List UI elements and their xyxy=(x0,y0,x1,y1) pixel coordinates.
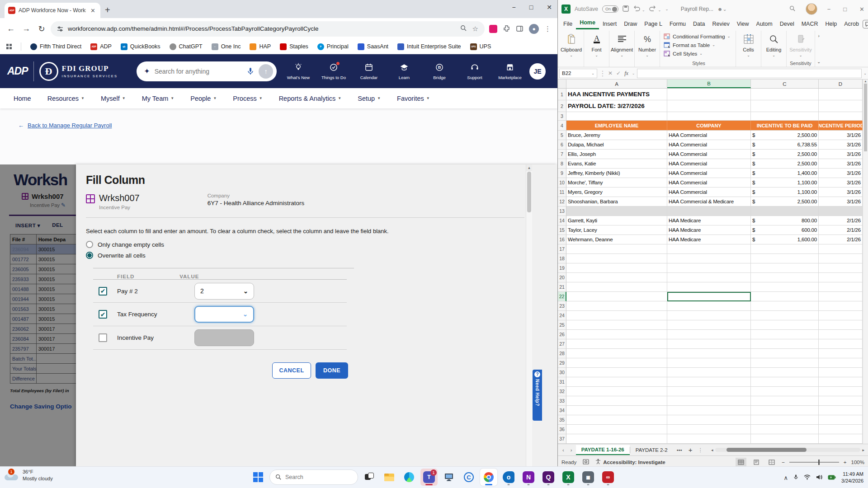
row-header-10[interactable]: 10 xyxy=(558,178,566,188)
row-header-32[interactable]: 32 xyxy=(558,387,566,396)
cell-A7[interactable]: Ellis, Joseph xyxy=(566,150,667,159)
cell-A8[interactable]: Evans, Katie xyxy=(566,159,667,169)
search-submit-icon[interactable]: ↑ xyxy=(259,64,273,79)
cell-D31[interactable] xyxy=(819,377,863,387)
tab-close-icon[interactable]: ✕ xyxy=(89,7,97,14)
row-header-8[interactable]: 8 xyxy=(558,159,566,169)
nav-item-resources[interactable]: Resources▼ xyxy=(47,95,85,102)
cell-B18[interactable] xyxy=(667,254,751,263)
cell-D13[interactable] xyxy=(819,206,863,216)
sheet-tab-paydate-1-16-26[interactable]: PAYDATE 1-16-26 xyxy=(576,445,630,455)
zoom-level[interactable]: 100% xyxy=(851,460,864,465)
cell-D25[interactable] xyxy=(819,320,863,330)
cell-D12[interactable]: 3/1/26 xyxy=(819,197,863,206)
cell-A24[interactable] xyxy=(566,311,667,320)
cell-C14[interactable]: $800.00 xyxy=(751,216,819,225)
extensions-puzzle-icon[interactable] xyxy=(503,25,510,33)
row-header-13[interactable]: 13 xyxy=(558,206,566,216)
sheet-horizontal-scrollbar[interactable]: ◂ ▸ xyxy=(709,448,866,452)
row-header-35[interactable]: 35 xyxy=(558,415,566,425)
wifi-icon[interactable] xyxy=(804,474,811,481)
cell-B37[interactable] xyxy=(667,434,751,444)
change-saving-options-link[interactable]: Change Saving Optio xyxy=(10,403,76,410)
taskbar-search-input[interactable] xyxy=(285,474,340,480)
cell-C20[interactable] xyxy=(751,273,819,282)
ribbon-tab-autom[interactable]: Autom xyxy=(753,19,776,29)
save-icon[interactable] xyxy=(623,5,629,13)
row-header-7[interactable]: 7 xyxy=(558,150,566,159)
cell-B34[interactable] xyxy=(667,406,751,415)
reload-icon[interactable]: ↻ xyxy=(35,24,48,34)
formula-cancel-icon[interactable]: ✕ xyxy=(608,70,613,76)
browser-maximize-button[interactable]: □ xyxy=(529,4,533,11)
cell-A23[interactable] xyxy=(566,301,667,311)
cell-D3[interactable] xyxy=(819,112,863,121)
profile-avatar[interactable]: ● xyxy=(529,24,539,34)
ribbon-group-number[interactable]: %Number⌄ xyxy=(635,31,660,67)
row-header-17[interactable]: 17 xyxy=(558,244,566,254)
cell-D9[interactable]: 3/1/26 xyxy=(819,169,863,178)
chrome-icon[interactable] xyxy=(480,469,497,486)
bookmark-item[interactable]: SaasAnt xyxy=(358,43,388,50)
cell-C34[interactable] xyxy=(751,406,819,415)
scroll-up-icon[interactable]: ▲ xyxy=(526,164,532,171)
taskbar-search[interactable] xyxy=(269,469,358,485)
user-avatar[interactable]: JE xyxy=(529,63,546,80)
outlook-icon[interactable]: o xyxy=(500,469,517,486)
cell-D24[interactable] xyxy=(819,311,863,320)
ribbon-tab-macr[interactable]: MACR xyxy=(798,19,822,29)
row-header-3[interactable]: 3 xyxy=(558,112,566,121)
incentive-pay-checkbox[interactable] xyxy=(99,333,107,342)
cell-B5[interactable]: HAA Commercial xyxy=(667,131,751,140)
cell-B33[interactable] xyxy=(667,396,751,406)
header-item-calendar[interactable]: Calendar xyxy=(356,63,382,80)
file-explorer-icon[interactable] xyxy=(381,469,398,486)
cell-B19[interactable] xyxy=(667,263,751,273)
column-header-C[interactable]: C xyxy=(751,80,819,88)
cell-C15[interactable]: $600.00 xyxy=(751,225,819,235)
cell-B26[interactable] xyxy=(667,330,751,339)
zoom-out-icon[interactable]: − xyxy=(782,460,785,465)
format-as-table-button[interactable]: Format as Table⌄ xyxy=(664,41,734,49)
adp-logo[interactable]: ADP xyxy=(7,65,28,77)
cell-C35[interactable] xyxy=(751,415,819,425)
tax-frequency-select[interactable]: ⌄ xyxy=(194,306,254,323)
cell-A35[interactable] xyxy=(566,415,667,425)
share-person-icon[interactable]: ☻⌄ xyxy=(717,6,727,12)
radio-icon[interactable] xyxy=(86,241,93,248)
task-view-icon[interactable] xyxy=(361,469,378,486)
cell-A30[interactable] xyxy=(566,368,667,377)
cell-B17[interactable] xyxy=(667,244,751,254)
cell-A14[interactable]: Garrett, Kayti xyxy=(566,216,667,225)
row-header-2[interactable]: 2 xyxy=(558,100,566,112)
cell-D36[interactable] xyxy=(819,425,863,434)
header-item-marketplace[interactable]: Marketplace xyxy=(497,63,523,80)
zoom-in-icon[interactable]: + xyxy=(844,460,847,465)
need-help-button[interactable]: ? Need Help? xyxy=(533,370,542,421)
cell-B2[interactable] xyxy=(667,100,751,112)
bookmark-item[interactable]: Staples xyxy=(280,43,308,50)
apps-grid-icon[interactable] xyxy=(6,44,12,49)
row-header-34[interactable]: 34 xyxy=(558,406,566,415)
circle-app-icon[interactable]: C xyxy=(460,469,477,486)
cell-A36[interactable] xyxy=(566,425,667,434)
cell-B21[interactable] xyxy=(667,282,751,292)
cell-D19[interactable] xyxy=(819,263,863,273)
cell-C27[interactable] xyxy=(751,339,819,349)
insert-function-icon[interactable]: fx xyxy=(624,70,628,77)
more-sheets-icon[interactable]: ••• xyxy=(677,447,682,453)
cell-A15[interactable]: Taylor, Lacey xyxy=(566,225,667,235)
bookmark-star-icon[interactable]: ☆ xyxy=(472,25,478,33)
excel-minimize-button[interactable]: − xyxy=(827,6,831,13)
cell-D18[interactable] xyxy=(819,254,863,263)
ribbon-group-editing[interactable]: Editing⌄ xyxy=(761,31,787,67)
comments-button[interactable] xyxy=(863,20,868,28)
cell-D8[interactable]: 3/1/26 xyxy=(819,159,863,169)
table-row[interactable]: 001488300015 xyxy=(10,284,76,294)
cell-D34[interactable] xyxy=(819,406,863,415)
row-header-26[interactable]: 26 xyxy=(558,330,566,339)
cell-B25[interactable] xyxy=(667,320,751,330)
adp-extension-icon[interactable] xyxy=(489,25,497,33)
cell-B6[interactable]: HAA Commercial xyxy=(667,140,751,150)
table-row[interactable]: 236084300017 xyxy=(10,334,76,344)
